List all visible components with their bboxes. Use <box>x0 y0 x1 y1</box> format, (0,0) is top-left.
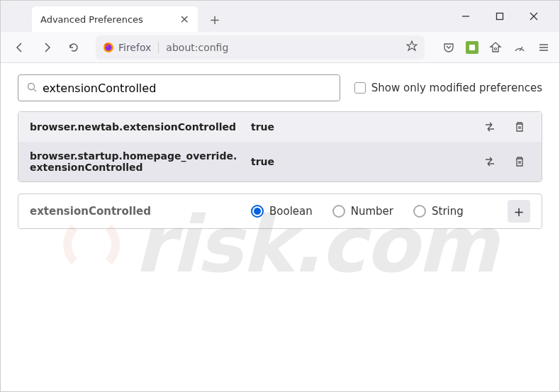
close-window-button[interactable] <box>525 8 542 25</box>
pref-value: true <box>251 156 471 167</box>
pref-value: true <box>251 121 471 133</box>
new-tab-button[interactable]: + <box>203 8 226 30</box>
new-pref-row: extensionControlled Boolean Number Strin… <box>18 194 542 228</box>
delete-button[interactable] <box>509 151 530 172</box>
nav-bar: Firefox about:config <box>1 32 559 63</box>
pref-name: browser.startup.homepage_override.extens… <box>30 150 242 173</box>
search-box[interactable] <box>18 74 340 101</box>
radio-string[interactable]: String <box>413 205 464 218</box>
radio-boolean[interactable]: Boolean <box>251 205 313 218</box>
checkbox-label: Show only modified preferences <box>371 82 542 94</box>
delete-button[interactable] <box>509 116 530 138</box>
show-modified-checkbox[interactable]: Show only modified preferences <box>354 82 542 94</box>
minimize-button[interactable] <box>457 8 474 25</box>
forward-button[interactable] <box>36 37 57 58</box>
pref-row: browser.newtab.extensionControlled true <box>18 112 542 142</box>
content-area: Show only modified preferences browser.n… <box>1 63 559 240</box>
extension-icon[interactable] <box>466 41 478 54</box>
checkbox-icon <box>354 82 366 94</box>
new-pref-name: extensionControlled <box>30 205 242 218</box>
identity-box: Firefox <box>103 42 159 53</box>
meter-icon[interactable] <box>513 40 527 55</box>
new-pref-box: extensionControlled Boolean Number Strin… <box>18 194 542 229</box>
window-controls <box>457 8 559 30</box>
address-bar[interactable]: Firefox about:config <box>96 35 425 60</box>
svg-rect-1 <box>497 13 503 20</box>
radio-icon <box>332 205 345 218</box>
radio-label: String <box>432 205 464 218</box>
svg-line-12 <box>34 89 37 91</box>
bookmark-star-icon[interactable] <box>406 40 418 55</box>
add-button[interactable]: + <box>508 200 530 223</box>
pref-actions <box>479 116 530 138</box>
toggle-button[interactable] <box>479 116 500 138</box>
radio-label: Number <box>351 205 393 218</box>
menu-button[interactable] <box>537 40 551 55</box>
toggle-button[interactable] <box>479 151 500 172</box>
svg-point-11 <box>28 83 35 89</box>
pref-actions <box>479 151 530 172</box>
svg-point-6 <box>495 47 497 50</box>
radio-number[interactable]: Number <box>332 205 393 218</box>
pref-row: browser.startup.homepage_override.extens… <box>18 142 542 181</box>
search-row: Show only modified preferences <box>18 74 542 101</box>
pocket-icon[interactable] <box>442 40 456 55</box>
close-tab-icon[interactable]: ✕ <box>180 13 189 26</box>
mail-icon[interactable] <box>488 40 503 55</box>
maximize-button[interactable] <box>491 8 508 25</box>
tab-title: Advanced Preferences <box>40 14 180 25</box>
pref-name: browser.newtab.extensionControlled <box>30 121 242 133</box>
search-input[interactable] <box>43 82 331 95</box>
browser-tab[interactable]: Advanced Preferences ✕ <box>32 6 198 32</box>
radio-icon <box>251 205 264 218</box>
type-radio-group: Boolean Number String <box>251 205 499 218</box>
url-text: about:config <box>159 42 406 53</box>
tab-bar: Advanced Preferences ✕ + <box>1 1 559 32</box>
reload-button[interactable] <box>63 37 84 58</box>
brand-label: Firefox <box>118 42 159 53</box>
radio-icon <box>413 205 426 218</box>
back-button[interactable] <box>9 37 30 58</box>
radio-label: Boolean <box>269 205 313 218</box>
search-icon <box>27 82 37 95</box>
prefs-table: browser.newtab.extensionControlled true … <box>18 111 542 182</box>
toolbar-icons <box>442 40 551 55</box>
firefox-icon <box>103 42 114 53</box>
